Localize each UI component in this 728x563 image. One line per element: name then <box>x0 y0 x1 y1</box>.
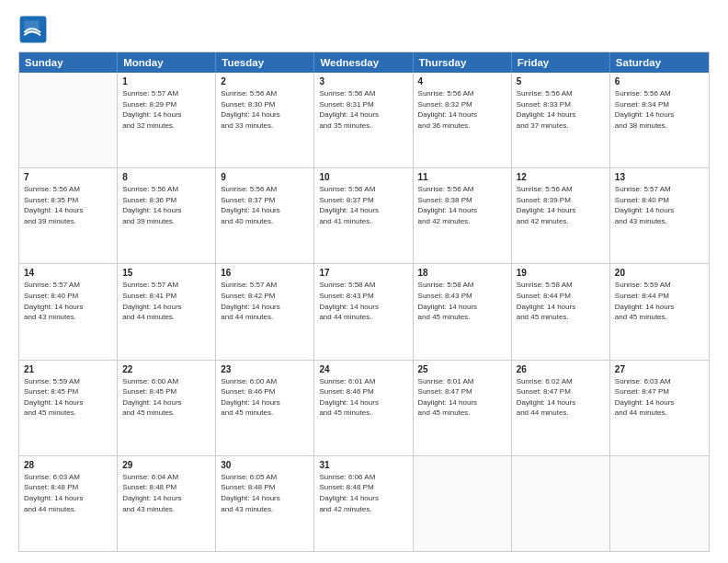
cell-line: and 44 minutes. <box>615 408 704 419</box>
cell-line: and 39 minutes. <box>122 216 210 227</box>
calendar-row-0: 1Sunrise: 5:57 AMSunset: 8:29 PMDaylight… <box>19 73 709 167</box>
calendar-cell-day-10: 10Sunrise: 5:56 AMSunset: 8:37 PMDayligh… <box>314 168 413 263</box>
cell-line: Daylight: 14 hours <box>122 493 210 504</box>
day-number: 19 <box>517 268 605 278</box>
calendar-cell-day-9: 9Sunrise: 5:56 AMSunset: 8:37 PMDaylight… <box>216 168 314 263</box>
day-number: 12 <box>517 172 605 182</box>
calendar-cell-day-6: 6Sunrise: 5:56 AMSunset: 8:34 PMDaylight… <box>610 73 709 167</box>
page: SundayMondayTuesdayWednesdayThursdayFrid… <box>0 0 728 563</box>
calendar-row-1: 7Sunrise: 5:56 AMSunset: 8:35 PMDaylight… <box>19 167 709 263</box>
cell-line: Sunset: 8:38 PM <box>418 195 506 206</box>
cell-line: and 43 minutes. <box>221 504 309 515</box>
cell-line: Daylight: 14 hours <box>24 493 112 504</box>
day-number: 26 <box>517 364 605 374</box>
cell-line: Sunrise: 5:56 AM <box>122 184 210 195</box>
header-day-friday: Friday <box>512 52 610 73</box>
cell-line: Daylight: 14 hours <box>615 109 704 121</box>
day-number: 28 <box>24 460 112 470</box>
calendar-cell-day-1: 1Sunrise: 5:57 AMSunset: 8:29 PMDaylight… <box>118 73 216 167</box>
day-number: 27 <box>615 364 704 374</box>
day-number: 11 <box>418 172 506 182</box>
cell-line: Sunrise: 6:01 AM <box>319 376 407 387</box>
cell-line: Sunset: 8:37 PM <box>319 195 407 206</box>
cell-line: Daylight: 14 hours <box>418 397 506 408</box>
cell-line: Sunset: 8:35 PM <box>24 195 112 206</box>
cell-line: Sunrise: 5:56 AM <box>221 88 309 99</box>
cell-line: Sunrise: 6:03 AM <box>24 472 112 483</box>
calendar-cell-day-13: 13Sunrise: 5:57 AMSunset: 8:40 PMDayligh… <box>610 168 709 263</box>
header-day-tuesday: Tuesday <box>216 52 314 73</box>
calendar-cell-day-19: 19Sunrise: 5:58 AMSunset: 8:44 PMDayligh… <box>512 264 610 359</box>
cell-line: Sunset: 8:39 PM <box>517 195 605 206</box>
cell-line: and 44 minutes. <box>221 312 309 323</box>
cell-line: and 45 minutes. <box>418 312 506 323</box>
cell-line: Sunrise: 5:58 AM <box>517 280 605 291</box>
cell-line: and 41 minutes. <box>319 216 407 227</box>
cell-line: Sunrise: 5:57 AM <box>24 280 112 291</box>
calendar-cell-day-17: 17Sunrise: 5:58 AMSunset: 8:43 PMDayligh… <box>314 264 413 359</box>
cell-line: Daylight: 14 hours <box>122 109 210 121</box>
calendar-row-4: 28Sunrise: 6:03 AMSunset: 8:48 PMDayligh… <box>19 455 709 551</box>
calendar-cell-day-3: 3Sunrise: 5:56 AMSunset: 8:31 PMDaylight… <box>314 73 413 167</box>
header-day-monday: Monday <box>118 52 216 73</box>
day-number: 13 <box>615 172 704 182</box>
calendar-cell-day-5: 5Sunrise: 5:56 AMSunset: 8:33 PMDaylight… <box>512 73 610 167</box>
calendar-cell-day-24: 24Sunrise: 6:01 AMSunset: 8:46 PMDayligh… <box>314 361 413 455</box>
cell-line: Sunset: 8:36 PM <box>122 195 210 206</box>
cell-line: Sunset: 8:29 PM <box>122 99 210 110</box>
cell-line: and 45 minutes. <box>615 312 704 323</box>
cell-line: Sunrise: 6:02 AM <box>517 376 605 387</box>
calendar-cell-empty <box>512 456 610 551</box>
cell-line: Daylight: 14 hours <box>517 302 605 313</box>
cell-line: Sunset: 8:37 PM <box>221 195 309 206</box>
cell-line: Sunrise: 5:56 AM <box>24 184 112 195</box>
cell-line: Sunrise: 5:56 AM <box>221 184 309 195</box>
cell-line: and 44 minutes. <box>24 504 112 515</box>
calendar-cell-day-4: 4Sunrise: 5:56 AMSunset: 8:32 PMDaylight… <box>414 73 512 167</box>
calendar-cell-day-12: 12Sunrise: 5:56 AMSunset: 8:39 PMDayligh… <box>512 168 610 263</box>
calendar-cell-day-8: 8Sunrise: 5:56 AMSunset: 8:36 PMDaylight… <box>118 168 216 263</box>
cell-line: Sunrise: 5:56 AM <box>615 88 704 99</box>
header-day-wednesday: Wednesday <box>314 52 413 73</box>
cell-line: Daylight: 14 hours <box>615 205 704 216</box>
cell-line: and 44 minutes. <box>122 312 210 323</box>
calendar-cell-empty <box>19 73 118 167</box>
cell-line: Daylight: 14 hours <box>517 109 605 121</box>
cell-line: Sunrise: 6:06 AM <box>319 472 407 483</box>
day-number: 30 <box>221 460 309 470</box>
day-number: 14 <box>24 268 112 278</box>
cell-line: and 45 minutes. <box>221 408 309 419</box>
cell-line: Sunrise: 5:58 AM <box>319 280 407 291</box>
cell-line: Sunrise: 5:57 AM <box>122 88 210 99</box>
calendar-body: 1Sunrise: 5:57 AMSunset: 8:29 PMDaylight… <box>19 73 709 551</box>
calendar-cell-day-16: 16Sunrise: 5:57 AMSunset: 8:42 PMDayligh… <box>216 264 314 359</box>
cell-line: and 43 minutes. <box>24 312 112 323</box>
calendar-cell-day-25: 25Sunrise: 6:01 AMSunset: 8:47 PMDayligh… <box>414 361 512 455</box>
day-number: 21 <box>24 364 112 374</box>
cell-line: Sunrise: 5:58 AM <box>418 280 506 291</box>
cell-line: Daylight: 14 hours <box>418 205 506 216</box>
day-number: 6 <box>615 76 704 86</box>
cell-line: Daylight: 14 hours <box>221 397 309 408</box>
cell-line: Sunrise: 6:00 AM <box>122 376 210 387</box>
calendar-cell-empty <box>610 456 709 551</box>
cell-line: Daylight: 14 hours <box>122 302 210 313</box>
cell-line: Sunset: 8:46 PM <box>319 386 407 397</box>
cell-line: Sunset: 8:48 PM <box>122 482 210 493</box>
cell-line: Daylight: 14 hours <box>221 205 309 216</box>
cell-line: Sunrise: 5:59 AM <box>24 376 112 387</box>
calendar-row-3: 21Sunrise: 5:59 AMSunset: 8:45 PMDayligh… <box>19 360 709 455</box>
cell-line: and 45 minutes. <box>418 408 506 419</box>
calendar-header: SundayMondayTuesdayWednesdayThursdayFrid… <box>19 52 709 73</box>
day-number: 25 <box>418 364 506 374</box>
header-day-saturday: Saturday <box>610 52 709 73</box>
cell-line: Daylight: 14 hours <box>418 109 506 121</box>
day-number: 3 <box>319 76 407 86</box>
cell-line: Sunrise: 6:01 AM <box>418 376 506 387</box>
cell-line: Sunrise: 5:56 AM <box>418 88 506 99</box>
calendar: SundayMondayTuesdayWednesdayThursdayFrid… <box>18 52 710 552</box>
cell-line: and 36 minutes. <box>418 121 506 132</box>
cell-line: Daylight: 14 hours <box>122 397 210 408</box>
calendar-cell-day-28: 28Sunrise: 6:03 AMSunset: 8:48 PMDayligh… <box>19 456 118 551</box>
cell-line: Sunrise: 5:59 AM <box>615 280 704 291</box>
